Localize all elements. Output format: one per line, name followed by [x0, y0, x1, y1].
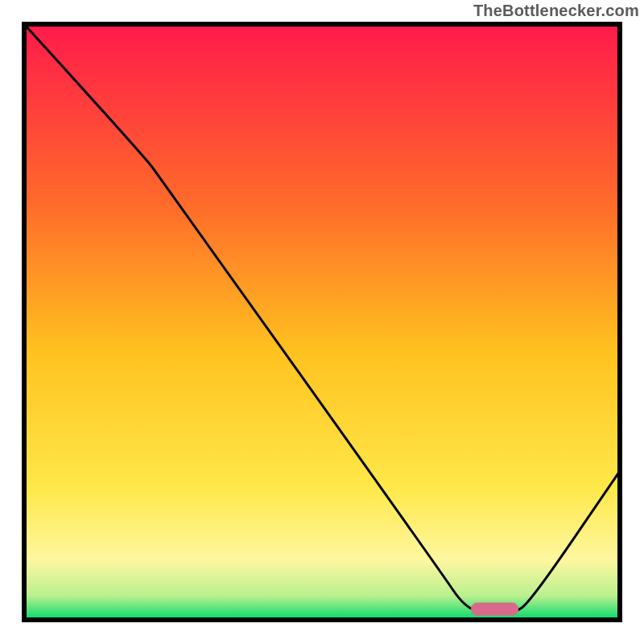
- optimal-marker: [471, 603, 518, 616]
- gradient-background: [24, 24, 620, 620]
- chart-svg: [0, 0, 644, 644]
- bottleneck-chart: [0, 0, 644, 644]
- attribution-label: TheBottlenecker.com: [473, 2, 639, 20]
